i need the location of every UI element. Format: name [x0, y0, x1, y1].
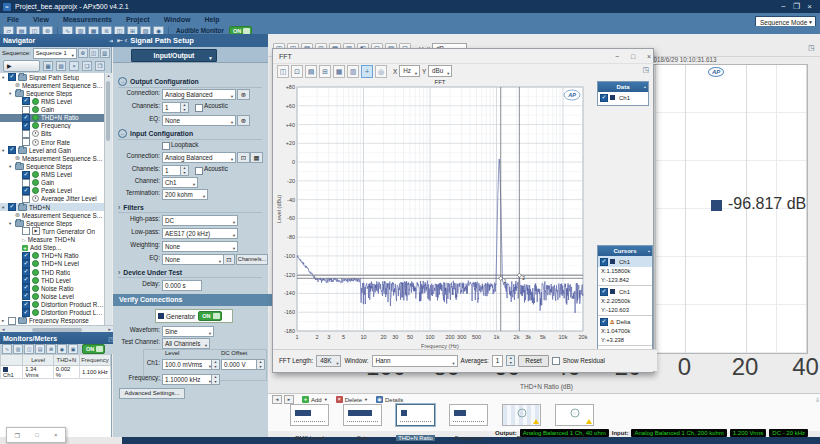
cursor-checkbox[interactable]: ✓ [600, 288, 608, 296]
tree-checkbox[interactable]: ✓ [22, 171, 30, 179]
tree-item-gain[interactable]: Gain [0, 106, 104, 114]
cursor-channel-row[interactable]: ✓ΔDelta [598, 316, 652, 327]
sequence-step-error-rate[interactable]: ○Error Rate [555, 404, 594, 444]
cursor-checkbox[interactable]: ✓ [600, 258, 608, 266]
minimize-icon[interactable]: − [609, 50, 625, 63]
tree-checkbox[interactable] [22, 106, 30, 114]
fft-window-titlebar[interactable]: FFT − □ × [273, 49, 657, 64]
previous-step-icon[interactable]: ◄ [272, 395, 282, 404]
fft-zoom-icon[interactable]: ⊞ [319, 65, 331, 78]
menu-measurements[interactable]: Measurements [56, 13, 119, 26]
tree-item-bits[interactable]: Bits [0, 130, 104, 138]
tree-checkbox[interactable]: ✓ [22, 260, 30, 268]
tree-item-sequence-steps[interactable]: ▾Sequence Steps [0, 89, 104, 97]
tree-checkbox[interactable]: ✓ [22, 292, 30, 300]
tree-item-thd-level[interactable]: ✓THD Level [0, 276, 104, 284]
menu-view[interactable]: View [26, 13, 56, 26]
expand-all-icon[interactable]: ❑ [82, 61, 92, 71]
data-channel-row[interactable]: ✓Ch1 [598, 92, 648, 103]
filters-eq-dropdown[interactable]: None▼ [162, 254, 224, 265]
close-icon[interactable]: × [641, 50, 657, 63]
fft-length-dropdown[interactable]: 48K▼ [316, 355, 341, 367]
maximize-icon[interactable]: □ [625, 50, 641, 63]
tree-item-signal-path-setup[interactable]: ▾✓Signal Path Setup [0, 73, 104, 81]
tree-item-rms-level[interactable]: ✓RMS Level [0, 97, 104, 105]
output-eq-settings-icon[interactable]: ⊛ [237, 115, 250, 126]
tree-item-noise-ratio[interactable]: ✓Noise Ratio [0, 284, 104, 292]
menu-file[interactable]: File [0, 13, 26, 26]
window-dropdown[interactable]: Hann▼ [372, 355, 458, 367]
restore-icon[interactable]: ❐ [790, 0, 803, 13]
output-acoustic-checkbox[interactable] [195, 104, 203, 112]
pin-icon[interactable]: ▪ [648, 246, 650, 256]
dc-offset-input[interactable]: 0.000 V [221, 359, 259, 370]
sequence-settings-icon[interactable]: ⊛ [78, 48, 88, 58]
tree-vertical-scrollbar[interactable]: ▲ [104, 73, 112, 325]
channels-stepper[interactable]: ▲▼ [180, 165, 189, 176]
close-icon[interactable]: × [803, 0, 816, 13]
monitor-thdn-icon[interactable]: ◉ [57, 344, 67, 354]
pin-icon[interactable]: ▪ [644, 82, 646, 92]
delay-input[interactable]: 0.000 s [162, 280, 202, 291]
input-channel-dropdown[interactable]: Ch1▼ [162, 177, 198, 188]
sequence-step-thd-n-ratio[interactable]: THD+N Ratio [396, 404, 435, 444]
tree-item-thd-ratio[interactable]: ✓THD Ratio [0, 268, 104, 276]
tree-item-gain[interactable]: Gain [0, 179, 104, 187]
output-connection-dropdown[interactable]: Analog Balanced▼ [162, 89, 236, 100]
termination-dropdown[interactable]: 200 kohm▼ [162, 189, 208, 200]
fft-layout-icon[interactable]: ▥ [347, 65, 359, 78]
tree-item-measurement-sequence-settings[interactable]: ⊛Measurement Sequence Settings.. [0, 154, 104, 162]
tree-item-rms-level[interactable]: ✓RMS Level [0, 171, 104, 179]
tree-item-frequency[interactable]: ✓Frequency [0, 122, 104, 130]
menu-project[interactable]: Project [119, 13, 157, 26]
tree-item-measurement-sequence-settings[interactable]: ⊛Measurement Sequence Settings.. [0, 81, 104, 89]
y-unit-dropdown[interactable]: dBu▼ [428, 65, 452, 77]
generator-frequency-input[interactable]: 1.10000 kHz▼ [162, 374, 214, 385]
channels-stepper[interactable]: ▲▼ [180, 102, 189, 113]
input-connection-settings-icon[interactable]: ⊡ [237, 152, 250, 163]
tree-checkbox[interactable]: ✓ [22, 122, 30, 130]
x-unit-dropdown[interactable]: Hz▼ [399, 65, 420, 77]
tree-item-sequence-steps[interactable]: ▾Sequence Steps [0, 162, 104, 170]
reset-button[interactable]: Reset [518, 355, 548, 367]
collapse-all-icon[interactable]: ❒ [95, 61, 105, 71]
output-channels-input[interactable]: 1 [162, 102, 182, 113]
cursor-channel-row[interactable]: ✓Ch1 [598, 286, 652, 297]
tree-item-average-jitter-level[interactable]: Average Jitter Level [0, 195, 104, 203]
highpass-dropdown[interactable]: DC▼ [162, 215, 238, 226]
back-chevron-icon[interactable]: ⇤ ‹ [117, 37, 127, 45]
tree-item-measurement-sequence-settings[interactable]: ⊛Measurement Sequence Settings.. [0, 211, 104, 219]
tree-checkbox[interactable]: ✓ [22, 114, 30, 122]
input-channels-input[interactable]: 1 [162, 165, 182, 176]
tree-item-error-rate[interactable]: Error Rate [0, 138, 104, 146]
test-channel-dropdown[interactable]: All Channels▼ [162, 338, 210, 349]
restore-icon[interactable]: ❐ [15, 432, 20, 439]
eq-file-icon[interactable]: ⊡ [223, 254, 235, 265]
tree-checkbox[interactable] [8, 317, 16, 325]
tree-item-sequence-steps[interactable]: ▾Sequence Steps [0, 219, 104, 227]
monitor-level-icon[interactable]: ▥ [13, 344, 23, 354]
tree-checkbox[interactable] [22, 227, 30, 235]
popout-icon[interactable]: ◳ [808, 44, 815, 52]
minimize-icon[interactable]: − [777, 0, 790, 13]
input-connection-extra-icon[interactable]: ▦ [250, 152, 263, 163]
tree-checkbox[interactable]: ✓ [8, 73, 16, 81]
tree-checkbox[interactable]: ✓ [8, 203, 16, 211]
tree-item-noise-level[interactable]: ✓Noise Level [0, 292, 104, 300]
output-connection-settings-icon[interactable]: ⊛ [237, 89, 250, 100]
next-step-icon[interactable]: ► [284, 395, 294, 404]
scrollbar-thumb[interactable] [32, 328, 82, 332]
fft-pan-icon[interactable]: + [361, 65, 373, 78]
tree-item-add-step[interactable]: +Add Step... [0, 244, 104, 252]
delete-icon[interactable]: × [336, 396, 343, 403]
sequence-report-icon[interactable]: ◫ [89, 48, 99, 58]
fft-copy-icon[interactable]: ◫ [277, 65, 289, 78]
tree-checkbox[interactable]: ✓ [22, 268, 30, 276]
sequence-step-bits[interactable]: ○Bits [502, 404, 541, 444]
tree-item-thd-n-ratio[interactable]: ✓THD+N Ratio [0, 114, 104, 122]
monitor-settings-icon[interactable]: ▣ [68, 344, 78, 354]
tree-checkbox[interactable]: ✓ [22, 187, 30, 195]
view-selector-dropdown[interactable]: Input/Output ▼ [131, 49, 217, 62]
channel-checkbox[interactable]: ✓ [600, 94, 608, 102]
input-acoustic-checkbox[interactable] [195, 167, 203, 175]
